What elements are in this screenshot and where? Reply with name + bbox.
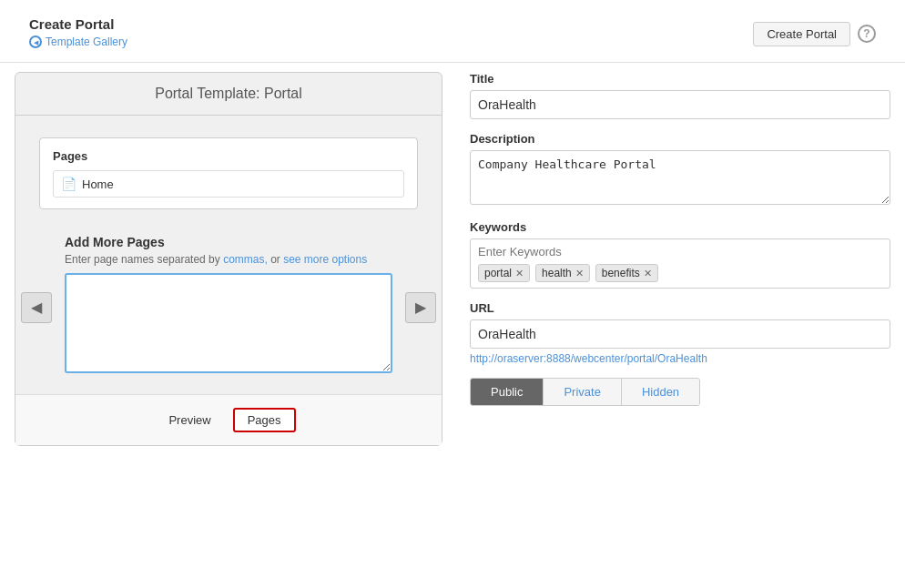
page-title: Create Portal xyxy=(29,16,127,32)
left-panel: Portal Template: Portal Pages 📄 Home ◀ A… xyxy=(15,72,442,461)
portal-template-box: Portal Template: Portal Pages 📄 Home ◀ A… xyxy=(15,72,442,446)
help-icon[interactable]: ? xyxy=(858,25,876,43)
top-bar: Create Portal Template Gallery Create Po… xyxy=(15,9,890,58)
pages-label: Pages xyxy=(53,149,404,163)
page-item: 📄 Home xyxy=(53,170,404,198)
tag-portal: portal ✕ xyxy=(478,264,530,282)
keywords-label: Keywords xyxy=(470,220,890,234)
page-header: Create Portal Template Gallery Create Po… xyxy=(0,0,905,63)
visibility-hidden-button[interactable]: Hidden xyxy=(622,379,699,405)
back-arrow-icon xyxy=(29,35,42,48)
prev-arrow-button[interactable]: ◀ xyxy=(21,292,52,323)
left-arrow-wrapper[interactable]: ◀ xyxy=(15,226,52,389)
add-more-prefix: Enter page names separated by xyxy=(65,253,220,266)
left-header: Create Portal Template Gallery xyxy=(29,16,127,51)
template-gallery-label: Template Gallery xyxy=(46,35,127,48)
visibility-field-group: Public Private Hidden xyxy=(470,378,890,406)
keywords-container: portal ✕ health ✕ benefits ✕ xyxy=(470,238,890,289)
right-panel: Title Description Company Healthcare Por… xyxy=(470,72,890,461)
page-item-name: Home xyxy=(82,177,114,191)
url-input[interactable] xyxy=(470,319,890,349)
keywords-field-group: Keywords portal ✕ health ✕ benefits ✕ xyxy=(470,220,890,289)
pages-textarea[interactable] xyxy=(65,273,392,373)
see-more-options-link[interactable]: see more options xyxy=(283,253,367,266)
visibility-buttons: Public Private Hidden xyxy=(470,378,700,406)
tag-benefits-close[interactable]: ✕ xyxy=(644,269,652,279)
visibility-public-button[interactable]: Public xyxy=(471,379,544,405)
tag-benefits: benefits ✕ xyxy=(595,264,658,282)
commas-link[interactable]: commas, xyxy=(223,253,270,266)
description-field-group: Description Company Healthcare Portal xyxy=(470,132,890,208)
tag-health-close[interactable]: ✕ xyxy=(575,269,584,279)
add-more-desc: Enter page names separated by commas, or… xyxy=(65,253,392,266)
add-more-title: Add More Pages xyxy=(65,235,392,249)
tags-row: portal ✕ health ✕ benefits ✕ xyxy=(478,264,882,282)
url-label: URL xyxy=(470,301,890,315)
header-right: Create Portal ? xyxy=(753,22,876,46)
pages-button[interactable]: Pages xyxy=(233,408,296,432)
main-content: Portal Template: Portal Pages 📄 Home ◀ A… xyxy=(0,63,905,470)
page-file-icon: 📄 xyxy=(61,177,76,191)
tag-portal-close[interactable]: ✕ xyxy=(515,269,524,279)
tag-portal-label: portal xyxy=(484,267,512,279)
create-portal-button[interactable]: Create Portal xyxy=(753,22,850,46)
url-field-group: URL http://oraserver:8888/webcenter/port… xyxy=(470,301,890,365)
title-field-group: Title xyxy=(470,72,890,119)
title-input[interactable] xyxy=(470,90,890,119)
next-arrow-button[interactable]: ▶ xyxy=(405,292,436,323)
portal-template-header: Portal Template: Portal xyxy=(15,73,442,116)
tag-health-label: health xyxy=(542,267,572,279)
tag-health: health ✕ xyxy=(535,264,590,282)
title-label: Title xyxy=(470,72,890,86)
template-gallery-link[interactable]: Template Gallery xyxy=(29,35,127,48)
add-more-or: or xyxy=(270,253,280,266)
description-textarea[interactable]: Company Healthcare Portal xyxy=(470,150,890,205)
right-arrow-wrapper[interactable]: ▶ xyxy=(405,226,442,389)
visibility-private-button[interactable]: Private xyxy=(544,379,621,405)
keywords-input[interactable] xyxy=(478,245,882,259)
tag-benefits-label: benefits xyxy=(602,267,640,279)
pages-wrapper: Pages 📄 Home xyxy=(15,116,442,209)
bottom-buttons: Preview Pages xyxy=(15,394,442,445)
preview-button[interactable]: Preview xyxy=(161,408,218,432)
pages-section: Pages 📄 Home xyxy=(39,137,418,209)
add-more-pages-section: Add More Pages Enter page names separate… xyxy=(52,226,405,389)
add-more-pages-row: ◀ Add More Pages Enter page names separa… xyxy=(15,220,442,394)
url-link[interactable]: http://oraserver:8888/webcenter/portal/O… xyxy=(470,352,890,365)
description-label: Description xyxy=(470,132,890,146)
